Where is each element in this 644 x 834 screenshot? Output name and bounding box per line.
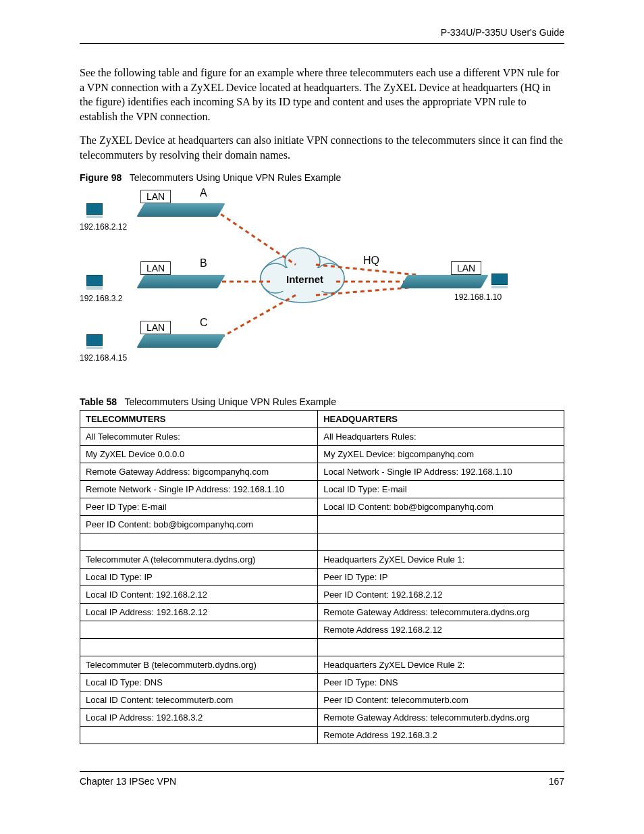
- table-cell: Local ID Content: telecommuterb.com: [80, 691, 318, 708]
- network-diagram: LAN A 192.168.2.12 LAN B 192.168.3.2 LAN…: [80, 187, 512, 376]
- lan-label-hq: LAN: [451, 261, 481, 275]
- table-cell: [318, 533, 564, 550]
- table-cell: Remote Network - Single IP Address: 192.…: [80, 480, 318, 498]
- table-header-telecommuters: TELECOMMUTERS: [80, 410, 318, 427]
- table-row: My ZyXEL Device 0.0.0.0My ZyXEL Device: …: [80, 445, 564, 463]
- table-cell: Remote Address 192.168.2.12: [318, 621, 564, 638]
- table-row: Remote Address 192.168.2.12: [80, 621, 564, 638]
- table-cell: Telecommuter A (telecommutera.dydns.org): [80, 550, 318, 568]
- table-label: Table 58: [80, 396, 117, 407]
- table-cell: [80, 533, 318, 550]
- header-rule: [80, 43, 564, 44]
- table-cell: Headquarters ZyXEL Device Rule 2:: [318, 656, 564, 673]
- table-cell: Local ID Content: 192.168.2.12: [80, 585, 318, 603]
- footer-page: 167: [549, 776, 564, 787]
- table-cell: Telecommuter B (telecommuterb.dydns.org): [80, 656, 318, 673]
- node-hq-label: HQ: [363, 255, 379, 267]
- body-paragraph-2: The ZyXEL Device at headquarters can als…: [80, 133, 564, 162]
- figure-title: Telecommuters Using Unique VPN Rules Exa…: [130, 172, 342, 183]
- table-cell: Remote Address 192.168.3.2: [318, 726, 564, 744]
- router-c-icon: [136, 334, 225, 348]
- table-cell: Remote Gateway Address: telecommutera.dy…: [318, 603, 564, 621]
- table-cell: Local IP Address: 192.168.2.12: [80, 603, 318, 621]
- pc-hq-icon: [491, 273, 508, 288]
- header-guide-title: P-334U/P-335U User's Guide: [80, 27, 564, 43]
- router-a-icon: [136, 203, 225, 217]
- table-cell: All Telecommuter Rules:: [80, 427, 318, 445]
- figure-caption: Figure 98 Telecommuters Using Unique VPN…: [80, 172, 564, 183]
- table-cell: Local ID Type: E-mail: [318, 480, 564, 498]
- table-row: Remote Address 192.168.3.2: [80, 726, 564, 744]
- table-cell: Peer ID Type: IP: [318, 568, 564, 585]
- table-row: Local ID Content: 192.168.2.12Peer ID Co…: [80, 585, 564, 603]
- lan-label-b: LAN: [140, 261, 171, 275]
- table-cell: Headquarters ZyXEL Device Rule 1:: [318, 550, 564, 568]
- table-cell: Peer ID Content: telecommuterb.com: [318, 691, 564, 708]
- internet-label: Internet: [286, 273, 323, 285]
- table-cell: Remote Gateway Address: telecommuterb.dy…: [318, 708, 564, 726]
- table-cell: Local ID Type: DNS: [80, 673, 318, 691]
- table-row: Local ID Type: DNSPeer ID Type: DNS: [80, 673, 564, 691]
- table-row: [80, 638, 564, 656]
- body-paragraph-1: See the following table and figure for a…: [80, 66, 564, 124]
- table-row: Local ID Content: telecommuterb.comPeer …: [80, 691, 564, 708]
- table-caption: Table 58 Telecommuters Using Unique VPN …: [80, 396, 564, 407]
- table-cell: Local ID Content: bob@bigcompanyhq.com: [318, 498, 564, 515]
- node-b-label: B: [200, 257, 207, 269]
- table-cell: [318, 515, 564, 533]
- svg-line-5: [215, 210, 296, 265]
- router-hq-icon: [400, 275, 489, 288]
- table-title: Telecommuters Using Unique VPN Rules Exa…: [124, 396, 336, 407]
- table-row: Telecommuter B (telecommuterb.dydns.org)…: [80, 656, 564, 673]
- table-cell: Local Network - Single IP Address: 192.1…: [318, 463, 564, 480]
- table-row: Local ID Type: IPPeer ID Type: IP: [80, 568, 564, 585]
- table-cell: [318, 638, 564, 656]
- pc-a-icon: [86, 203, 103, 218]
- table-cell: [80, 621, 318, 638]
- pc-b-icon: [86, 275, 103, 290]
- table-cell: Remote Gateway Address: bigcompanyhq.com: [80, 463, 318, 480]
- table-cell: Local IP Address: 192.168.3.2: [80, 708, 318, 726]
- table-row: [80, 533, 564, 550]
- table-row: Telecommuter A (telecommutera.dydns.org)…: [80, 550, 564, 568]
- footer-rule: [80, 771, 564, 772]
- router-b-icon: [136, 275, 225, 288]
- table-cell: [80, 726, 318, 744]
- table-cell: Peer ID Content: bob@bigcompanyhq.com: [80, 515, 318, 533]
- ip-b: 192.168.3.2: [80, 294, 122, 303]
- table-cell: Peer ID Content: 192.168.2.12: [318, 585, 564, 603]
- footer-chapter: Chapter 13 IPSec VPN: [80, 776, 176, 787]
- ip-c: 192.168.4.15: [80, 353, 127, 363]
- table-row: Peer ID Content: bob@bigcompanyhq.com: [80, 515, 564, 533]
- node-a-label: A: [200, 187, 207, 199]
- table-cell: Local ID Type: IP: [80, 568, 318, 585]
- table-header-headquarters: HEADQUARTERS: [318, 410, 564, 427]
- table-cell: All Headquarters Rules:: [318, 427, 564, 445]
- node-c-label: C: [200, 317, 208, 329]
- svg-line-7: [215, 295, 296, 341]
- pc-c-icon: [86, 334, 103, 349]
- vpn-rules-table: TELECOMMUTERS HEADQUARTERS All Telecommu…: [80, 410, 564, 744]
- ip-hq: 192.168.1.10: [454, 292, 502, 302]
- table-cell: Peer ID Type: DNS: [318, 673, 564, 691]
- table-cell: My ZyXEL Device: bigcompanyhq.com: [318, 445, 564, 463]
- table-row: Peer ID Type: E-mailLocal ID Content: bo…: [80, 498, 564, 515]
- table-cell: Peer ID Type: E-mail: [80, 498, 318, 515]
- table-row: Local IP Address: 192.168.3.2Remote Gate…: [80, 708, 564, 726]
- table-row: Remote Network - Single IP Address: 192.…: [80, 480, 564, 498]
- table-cell: [80, 638, 318, 656]
- table-row: Remote Gateway Address: bigcompanyhq.com…: [80, 463, 564, 480]
- table-row: All Telecommuter Rules:All Headquarters …: [80, 427, 564, 445]
- figure-label: Figure 98: [80, 172, 122, 183]
- lan-label-a: LAN: [140, 190, 171, 203]
- lan-label-c: LAN: [140, 321, 171, 334]
- table-row: Local IP Address: 192.168.2.12Remote Gat…: [80, 603, 564, 621]
- table-cell: My ZyXEL Device 0.0.0.0: [80, 445, 318, 463]
- ip-a: 192.168.2.12: [80, 222, 127, 232]
